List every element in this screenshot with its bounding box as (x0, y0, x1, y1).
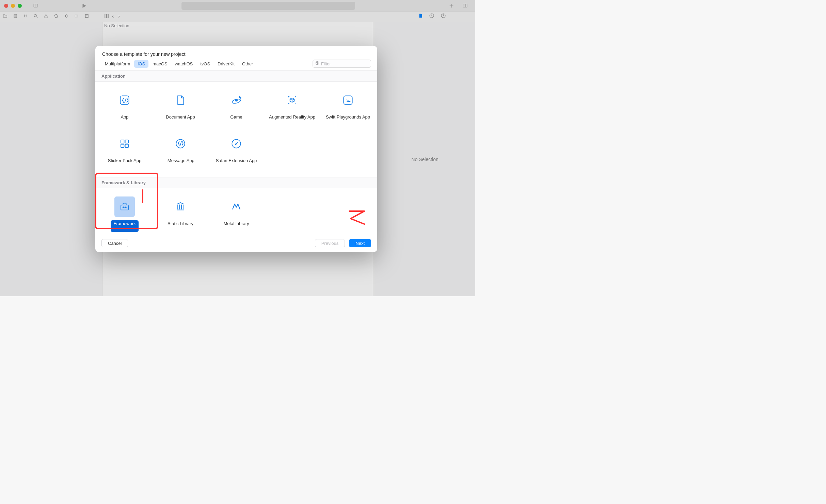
swift-playgrounds-icon (338, 90, 358, 110)
tab-macos[interactable]: macOS (149, 60, 171, 68)
template-sticker-pack-app[interactable]: Sticker Pack App (97, 129, 153, 173)
template-safari-extension-app[interactable]: Safari Extension App (208, 129, 264, 173)
filter-icon (315, 61, 320, 67)
svg-point-43 (125, 207, 126, 207)
previous-button[interactable]: Previous (315, 239, 345, 247)
sticker-pack-icon (114, 133, 135, 154)
template-safari-ext-label: Safari Extension App (213, 157, 260, 169)
imessage-icon (170, 133, 191, 154)
template-metal-library-label: Metal Library (221, 220, 252, 232)
svg-rect-33 (344, 96, 352, 104)
template-static-library[interactable]: Static Library (153, 192, 208, 234)
cancel-button[interactable]: Cancel (101, 239, 128, 247)
svg-rect-37 (125, 144, 129, 148)
next-button[interactable]: Next (349, 239, 371, 247)
template-app[interactable]: App (97, 86, 153, 129)
tab-watchos[interactable]: watchOS (171, 60, 196, 68)
template-app-label: App (118, 114, 131, 125)
sheet-title: Choose a template for your new project: (95, 46, 377, 60)
document-icon (170, 90, 191, 110)
framework-icon (114, 196, 135, 217)
game-icon (226, 90, 247, 110)
template-scroll-area[interactable]: Application App Document App Game (95, 71, 377, 234)
template-metal-library[interactable]: Metal Library (208, 192, 264, 234)
template-document-app-label: Document App (163, 114, 197, 125)
tab-other[interactable]: Other (239, 60, 257, 68)
application-grid: App Document App Game Augmented Reality … (95, 82, 377, 177)
template-static-library-label: Static Library (165, 220, 196, 232)
section-header-application: Application (95, 71, 377, 82)
platform-tabs: Multiplatform iOS macOS watchOS tvOS Dri… (95, 60, 377, 71)
new-project-template-sheet: Choose a template for your new project: … (95, 46, 377, 252)
framework-grid: Framework Static Library Metal Library (95, 188, 377, 234)
svg-point-42 (123, 207, 124, 207)
filter-field[interactable] (313, 60, 371, 68)
static-library-icon (170, 196, 191, 217)
template-document-app[interactable]: Document App (153, 86, 208, 129)
template-sticker-label: Sticker Pack App (105, 157, 144, 169)
svg-rect-36 (121, 144, 124, 148)
template-ar-label: Augmented Reality App (266, 114, 318, 125)
svg-point-30 (235, 99, 237, 101)
filter-input[interactable] (321, 61, 369, 66)
metal-library-icon (226, 196, 247, 217)
template-swift-playgrounds-app[interactable]: Swift Playgrounds App (320, 86, 376, 129)
svg-point-31 (239, 96, 240, 97)
svg-rect-34 (121, 140, 124, 143)
ar-icon (282, 90, 302, 110)
sheet-footer: Cancel Previous Next (95, 234, 377, 252)
safari-icon (226, 133, 247, 154)
section-header-framework: Framework & Library (95, 177, 377, 188)
template-imessage-app[interactable]: iMessage App (153, 129, 208, 173)
tab-tvos[interactable]: tvOS (197, 60, 213, 68)
template-game[interactable]: Game (208, 86, 264, 129)
svg-point-32 (240, 97, 241, 98)
template-imessage-label: iMessage App (164, 157, 197, 169)
template-augmented-reality-app[interactable]: Augmented Reality App (264, 86, 320, 129)
svg-rect-35 (125, 140, 129, 143)
tab-driverkit[interactable]: DriverKit (214, 60, 238, 68)
tab-ios[interactable]: iOS (134, 60, 148, 68)
template-game-label: Game (227, 114, 245, 125)
app-icon (114, 90, 135, 110)
tab-multiplatform[interactable]: Multiplatform (101, 60, 133, 68)
template-swift-pg-label: Swift Playgrounds App (323, 114, 373, 125)
template-framework[interactable]: Framework (97, 192, 153, 234)
template-framework-label: Framework (111, 220, 138, 232)
